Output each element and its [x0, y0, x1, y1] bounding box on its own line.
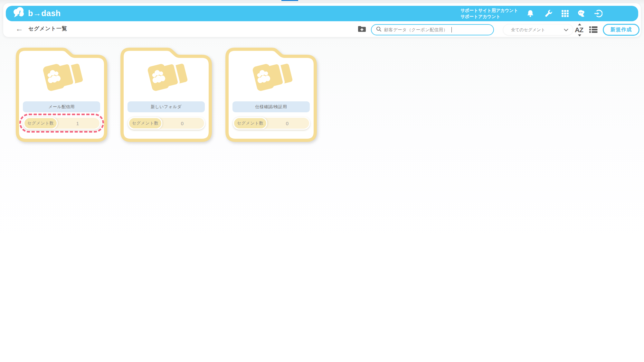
chevron-down-icon	[564, 27, 568, 33]
header-card: ! b→dash サポートサイト用アカウント サポートアカウント	[3, 3, 641, 37]
search-value: 顧客データ（クーポン配信用）	[384, 27, 448, 33]
mascot-chat-icon[interactable]	[577, 9, 585, 18]
segment-count-row: セグメント数 0	[128, 117, 205, 130]
app-logo[interactable]: ! b→dash	[12, 7, 61, 20]
folder-name: 新しいフォルダ	[128, 101, 205, 112]
sort-desc-caret	[578, 34, 581, 36]
sort-az-label: AZ	[575, 26, 583, 33]
segment-group-stack-icon	[142, 60, 190, 98]
logout-icon[interactable]	[594, 9, 602, 18]
segment-group-stack-icon	[247, 60, 295, 98]
folder-card[interactable]: 仕様確認/検証用 セグメント数 0	[225, 48, 317, 142]
folder-card-grid: メール配信用 セグメント数 1	[16, 48, 338, 147]
apps-grid-icon[interactable]	[561, 9, 569, 18]
toolbar: ← セグメント一覧 顧客データ（クーポン配信用） 全てのセグメント	[3, 21, 641, 37]
account-line1: サポートサイト用アカウント	[460, 7, 518, 14]
app-top-bar: ! b→dash サポートサイト用アカウント サポートアカウント	[6, 6, 638, 21]
sort-az-button[interactable]: AZ	[573, 24, 585, 35]
account-line2: サポートアカウント	[460, 14, 518, 20]
create-new-button[interactable]: 新規作成	[603, 24, 639, 36]
folder-card[interactable]: メール配信用 セグメント数 1	[16, 48, 107, 142]
segment-count-label: セグメント数	[128, 117, 162, 129]
list-view-icon[interactable]	[589, 25, 598, 34]
bell-icon[interactable]	[526, 9, 535, 18]
account-info[interactable]: サポートサイト用アカウント サポートアカウント	[460, 7, 518, 20]
app-logo-text: b→dash	[28, 9, 61, 19]
page-title: セグメント一覧	[28, 25, 67, 32]
folder-card[interactable]: 新しいフォルダ セグメント数 0	[120, 48, 212, 142]
segment-group-stack-icon	[37, 60, 86, 98]
add-folder-icon[interactable]	[357, 25, 366, 33]
search-input[interactable]: 顧客データ（クーポン配信用）	[371, 24, 494, 35]
sort-asc-caret	[578, 23, 581, 25]
folder-name: 仕様確認/検証用	[232, 101, 310, 112]
segment-count-row: セグメント数 0	[233, 117, 310, 130]
highlight-ring	[19, 114, 104, 133]
segment-count-label: セグメント数	[233, 117, 267, 129]
back-button[interactable]: ←	[15, 24, 23, 33]
search-icon	[376, 26, 382, 33]
segment-filter-select[interactable]: 全てのセグメント	[503, 24, 573, 35]
browser-loading-bar	[281, 0, 298, 1]
text-cursor	[451, 27, 452, 32]
folder-name: メール配信用	[23, 101, 100, 112]
segment-filter-value: 全てのセグメント	[511, 27, 564, 33]
segment-count-value: 0	[267, 118, 307, 129]
bdash-bubble-icon: !	[12, 7, 25, 20]
wrench-icon[interactable]	[545, 9, 553, 18]
segment-count-value: 0	[162, 118, 202, 129]
